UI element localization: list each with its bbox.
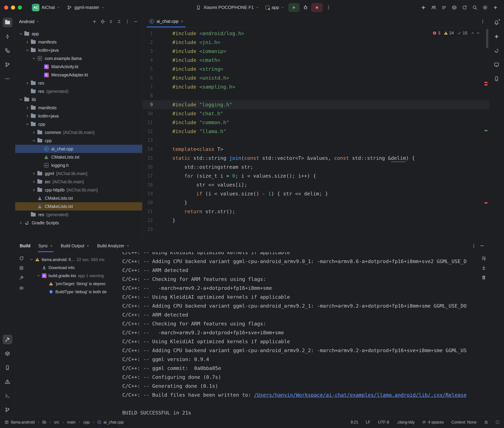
code-line-11[interactable]: 11#include "common.h" [143,118,489,127]
tab-Build Analyzer[interactable]: Build Analyzer [97,239,129,252]
status-indentation[interactable]: 4 spaces [422,420,444,425]
version-control-icon[interactable] [3,405,12,414]
close-icon[interactable] [50,244,53,247]
close-window-button[interactable] [4,6,8,10]
code-line-4[interactable]: 4#include <cmath> [143,56,489,65]
chevron-down-icon[interactable] [31,55,37,61]
pull-requests-icon[interactable] [3,60,12,69]
chevron-right-icon[interactable] [24,39,30,45]
stop-button[interactable] [311,3,323,12]
code-with-me-icon[interactable] [429,3,438,12]
tree-item-src[interactable]: src[AiChat.lib.main] [15,178,142,186]
code-line-19[interactable]: 19 if (i < values.size() - 1) { str << d… [143,189,489,198]
status-file-encoding[interactable]: UTF-8 [378,420,389,425]
editor-tab[interactable]: C ai_chat.cpp [145,15,187,27]
tree-item-build.gradle.kts[interactable]: Kbuild.gradle.ktsapp 1 warning [28,272,120,280]
tree-item-llama.android: fi…[interactable]: llama.android: fi…22 sec, 583 ms [28,255,120,263]
code-line-15[interactable]: 15static std::string join(const std::vec… [143,154,489,163]
running-devices-icon[interactable] [492,74,501,83]
code-line-5[interactable]: 5#include <string> [143,65,489,74]
locate-icon[interactable] [99,18,106,25]
code-area[interactable]: 1#include <android/log.h>2#include <jni.… [143,28,489,239]
tree-item-lib[interactable]: lib [15,95,142,104]
minimize-window-button[interactable] [11,6,15,10]
code-line-21[interactable]: 21 return str.str(); [143,207,489,216]
tree-item-CMakeLists.txt[interactable]: CMakeLists.txt [15,153,142,161]
tree-item-'jvmTarget: String' is deprec[interactable]: 'jvmTarget: String' is deprec [28,280,120,288]
commit-icon[interactable] [3,32,12,41]
resource-manager-icon[interactable] [3,349,12,358]
search-everywhere-icon[interactable] [470,3,479,12]
chevron-right-icon[interactable] [24,113,30,119]
tree-item-CMakeLists.txt[interactable]: CMakeLists.txt [15,194,142,202]
tree-item-res[interactable]: res(generated) [15,211,142,219]
build-tool-window-title[interactable]: Build [20,243,31,248]
gemini-icon[interactable] [491,3,500,12]
gradle-icon[interactable] [492,46,501,55]
more-icon[interactable] [124,18,131,25]
editor-options-icon[interactable] [480,19,485,24]
tree-item-ai_chat.cpp[interactable]: Cai_chat.cpp [15,145,142,153]
sync-project-icon[interactable] [460,3,469,12]
build-options-icon[interactable] [471,243,476,248]
run-configuration-selector[interactable]: app [263,3,287,11]
structure-icon[interactable] [3,46,12,55]
status-inspections-summary[interactable] [496,420,499,424]
tree-item-MainActivity.kt[interactable]: KMainActivity.kt [15,63,142,71]
code-line-22[interactable]: 22} [143,216,489,225]
problems-icon[interactable] [3,377,12,386]
code-line-9[interactable]: 9#include "logging.h" [143,100,489,109]
error-stripe-mark[interactable] [485,84,487,85]
next-problem-icon[interactable] [476,31,480,35]
tree-item-cpp-httplib[interactable]: cpp-httplib[AiChat.lib.main] [15,186,142,194]
chevron-right-icon[interactable] [31,187,37,193]
error-stripe-mark[interactable] [485,82,487,83]
hide-panel-icon[interactable] [132,18,139,25]
tree-item-cpp[interactable]: cpp [15,137,142,145]
terminal-icon[interactable] [3,391,12,400]
tree-item-manifests[interactable]: manifests [15,104,142,112]
device-selector[interactable]: Xiaomi POCOPHONE F1 [193,3,261,12]
breadcrumb-lib[interactable]: lib [42,420,46,425]
tree-item-kotlin+java[interactable]: kotlin+java [15,112,142,120]
task-list-icon[interactable] [440,3,448,12]
more-tool-windows-icon[interactable] [3,74,12,83]
breadcrumb-cpp[interactable]: cpp [83,420,90,425]
chevron-right-icon[interactable] [31,179,37,185]
project-selector[interactable]: AC AiChat [29,2,62,13]
tree-item-logging.h[interactable]: Hlogging.h [15,161,142,169]
status-clang-tidy[interactable]: .clang-tidy [397,420,415,425]
chevron-down-icon[interactable] [18,31,24,37]
code-line-2[interactable]: 2#include <jni.h> [143,38,489,47]
code-line-6[interactable]: 6#include <unistd.h> [143,74,489,82]
tree-item-common[interactable]: common[AiChat.lib.main] [15,128,142,137]
chevron-down-icon[interactable] [24,121,30,127]
filter-icon[interactable] [19,286,24,290]
breadcrumb-llama.android[interactable]: llama.android [11,420,35,425]
project-view-selector[interactable]: Android [19,19,34,24]
chevron-right-icon[interactable] [24,105,30,111]
ai-actions-icon[interactable] [419,3,428,12]
close-icon[interactable] [180,20,183,23]
tree-item-CMakeLists.txt[interactable]: CMakeLists.txt [15,202,142,211]
status-lock[interactable] [484,420,488,424]
breadcrumb-src[interactable]: src [54,420,59,425]
code-line-17[interactable]: 17 for (size_t i = 0; i < values.size();… [143,172,489,180]
tree-item-com.example.llama[interactable]: com.example.llama [15,54,142,63]
status-line-separator[interactable]: LF [366,420,370,425]
chevron-down-icon[interactable] [24,47,30,53]
code-line-20[interactable]: 20 } [143,198,489,207]
code-line-10[interactable]: 10#include "chat.h" [143,109,489,118]
code-line-14[interactable]: 14template<class T> [143,145,489,154]
error-stripe-mark[interactable] [485,202,487,204]
collapse-all-icon[interactable] [115,18,123,25]
chevron-right-icon[interactable] [18,220,24,226]
tab-Build Output[interactable]: Build Output [61,239,89,252]
chevron-right-icon[interactable] [24,80,30,86]
breadcrumb-main[interactable]: main [67,420,76,425]
previous-problem-icon[interactable] [471,31,475,35]
chevron-down-icon[interactable] [29,257,34,263]
build-icon[interactable] [3,335,12,344]
tree-item-Gradle Scripts[interactable]: Gradle Scripts [15,219,142,227]
soft-wrap-icon[interactable] [481,256,486,261]
